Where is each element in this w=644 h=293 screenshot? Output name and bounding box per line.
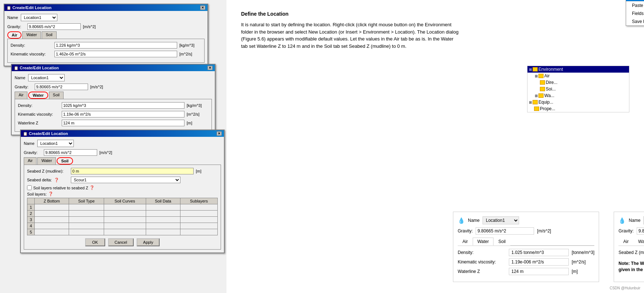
dialog3-close-button[interactable]: ✕ bbox=[217, 131, 222, 136]
dialog3-gravity-input[interactable] bbox=[44, 149, 97, 156]
dialog2-density-input[interactable] bbox=[62, 102, 184, 109]
expand-arrow-water: ⊞ bbox=[535, 94, 538, 98]
loc1-tab-air[interactable]: Air bbox=[458, 238, 473, 246]
dialog2-density-unit: [kg/m^3] bbox=[187, 103, 209, 108]
dialog1-tab-content: Density: [kg/m^3] Kinematic viscosity: [… bbox=[7, 39, 205, 63]
dialog1-tab-soil[interactable]: Soil bbox=[42, 31, 56, 39]
dialog1-name-select[interactable]: Location1 bbox=[21, 14, 57, 21]
dialog2-tab-air[interactable]: Air bbox=[15, 92, 27, 99]
dialog2-gravity-input[interactable] bbox=[35, 84, 88, 90]
dialog1-title: 📋 Create/Edit Location bbox=[7, 5, 52, 10]
row-5-soildata[interactable] bbox=[146, 229, 180, 235]
loc2-tab-air[interactable]: Air bbox=[618, 238, 633, 246]
dialog3-tabs: Air Water Soil bbox=[24, 157, 221, 165]
dialog1-tab-air[interactable]: Air bbox=[7, 31, 22, 39]
soil-col-soildata: Soil Data bbox=[146, 198, 180, 204]
dialog3-tab-water[interactable]: Water bbox=[37, 157, 56, 165]
loc2-gravity-input[interactable] bbox=[637, 227, 644, 235]
tree-item-prope[interactable]: Prope... bbox=[527, 105, 629, 112]
row-3-soildata[interactable] bbox=[146, 217, 180, 223]
dialog3-tab-content: Seabed Z (mudline): [m] Seabed delta: ❓ … bbox=[24, 165, 221, 250]
dialog2-tab-water[interactable]: Water bbox=[28, 92, 48, 99]
table-row: 1 bbox=[27, 204, 218, 211]
row-3-soiltype[interactable] bbox=[69, 217, 104, 223]
dialog3-name-select[interactable]: Location1 bbox=[37, 140, 74, 147]
tree-item-equip-label: Equip... bbox=[538, 100, 553, 105]
row-2-soildata[interactable] bbox=[146, 211, 180, 217]
row-5-soiltype[interactable] bbox=[69, 229, 104, 235]
folder-icon-air bbox=[538, 74, 544, 78]
loc1-name-select[interactable]: Location1 bbox=[483, 216, 519, 224]
dialog3-delta-label: Seabed delta: ❓ bbox=[27, 178, 71, 182]
dialog1-density-row: Density: [kg/m^3] bbox=[11, 42, 201, 49]
row-2-soiltype[interactable] bbox=[69, 211, 104, 217]
context-menu-paste[interactable]: Paste bbox=[626, 1, 644, 9]
row-5-zbottom[interactable] bbox=[35, 229, 69, 235]
loc1-density-input[interactable] bbox=[509, 249, 569, 256]
loc1-tab-water[interactable]: Water bbox=[473, 238, 494, 246]
dialog1-viscosity-input[interactable] bbox=[54, 51, 177, 57]
dialog1-gravity-input[interactable] bbox=[27, 23, 81, 30]
dialog1-close-button[interactable]: ✕ bbox=[200, 5, 205, 10]
row-5-sublayers[interactable] bbox=[180, 229, 217, 235]
dialog3-cancel-button[interactable]: Cancel bbox=[108, 238, 134, 246]
dialog2-waterline-input[interactable] bbox=[62, 120, 184, 126]
row-1-zbottom[interactable] bbox=[35, 204, 69, 211]
row-3-soilcurves[interactable] bbox=[104, 217, 146, 223]
dialog1-density-label: Density: bbox=[11, 43, 54, 47]
row-4-zbottom[interactable] bbox=[35, 223, 69, 229]
tree-panel: ⊞ Environment ⊞ Air Dire... Soi... ⊞ bbox=[527, 66, 629, 112]
context-menu-save-html[interactable]: Save HTML Report... bbox=[626, 18, 644, 26]
dialog1-tab-water[interactable]: Water bbox=[22, 31, 41, 39]
dialog3-ok-button[interactable]: OK bbox=[85, 238, 105, 246]
row-3-zbottom[interactable] bbox=[35, 217, 69, 223]
loc1-tab-soil[interactable]: Soil bbox=[494, 238, 510, 246]
dialog3-seabed-unit: [m] bbox=[196, 169, 218, 173]
row-2-soilcurves[interactable] bbox=[104, 211, 146, 217]
dialog1-density-input[interactable] bbox=[54, 42, 177, 49]
tree-item-equip[interactable]: ⊞ Equip... bbox=[527, 99, 629, 105]
row-num-4: 4 bbox=[27, 223, 35, 229]
tree-item-water[interactable]: ⊞ Wa... bbox=[527, 92, 629, 99]
loc2-tab-water[interactable]: Water bbox=[633, 238, 644, 246]
dialog2-name-select[interactable]: Location1 bbox=[28, 74, 65, 81]
row-1-soiltype[interactable] bbox=[69, 204, 104, 211]
tree-item-air-label: Air bbox=[544, 73, 550, 78]
dialog2-close-button[interactable]: ✕ bbox=[207, 66, 213, 70]
dialog3-seabed-input[interactable] bbox=[71, 168, 194, 174]
dialog3-relative-label: Soil layers relative to seabed Z bbox=[33, 186, 88, 190]
dialog3-soillayers-help: ❓ bbox=[48, 192, 53, 196]
dialog2-tab-content: Density: [kg/m^3] Kinematic viscosity: [… bbox=[15, 99, 212, 132]
row-3-sublayers[interactable] bbox=[180, 217, 217, 223]
tree-item-environment[interactable]: ⊞ Environment bbox=[527, 66, 629, 73]
dialog2-tab-soil[interactable]: Soil bbox=[49, 92, 64, 99]
tree-item-water-label: Wa... bbox=[544, 93, 555, 98]
row-2-sublayers[interactable] bbox=[180, 211, 217, 217]
dialog3-delta-select[interactable]: Scour1 bbox=[71, 177, 180, 183]
row-2-zbottom[interactable] bbox=[35, 211, 69, 217]
row-1-soildata[interactable] bbox=[146, 204, 180, 211]
dialog3-gravity-label: Gravity: bbox=[24, 150, 44, 155]
dialog2-titlebar: 📋 Create/Edit Location ✕ bbox=[12, 65, 215, 71]
dialog3-help-icon: ❓ bbox=[89, 185, 95, 190]
dialog3-relative-checkbox[interactable] bbox=[27, 185, 32, 190]
dialog3-tab-air[interactable]: Air bbox=[24, 157, 37, 165]
row-4-soilcurves[interactable] bbox=[104, 223, 146, 229]
tree-item-soil[interactable]: Soi... bbox=[527, 86, 629, 92]
dialog2-viscosity-input[interactable] bbox=[62, 111, 184, 117]
loc1-gravity-unit: [m/s^2] bbox=[537, 228, 551, 234]
context-menu-fields[interactable]: Fields... bbox=[626, 9, 644, 18]
row-4-soiltype[interactable] bbox=[69, 223, 104, 229]
tree-item-air[interactable]: ⊞ Air bbox=[527, 73, 629, 79]
loc1-viscosity-input[interactable] bbox=[509, 258, 569, 266]
row-4-soildata[interactable] bbox=[146, 223, 180, 229]
row-1-sublayers[interactable] bbox=[180, 204, 217, 211]
row-4-sublayers[interactable] bbox=[180, 223, 217, 229]
row-5-soilcurves[interactable] bbox=[104, 229, 146, 235]
loc1-waterline-input[interactable] bbox=[509, 268, 569, 275]
row-1-soilcurves[interactable] bbox=[104, 204, 146, 211]
dialog3-apply-button[interactable]: Apply bbox=[137, 238, 160, 246]
loc1-gravity-input[interactable] bbox=[476, 227, 534, 235]
dialog3-tab-soil[interactable]: Soil bbox=[57, 157, 73, 165]
tree-item-dire[interactable]: Dire... bbox=[527, 79, 629, 86]
